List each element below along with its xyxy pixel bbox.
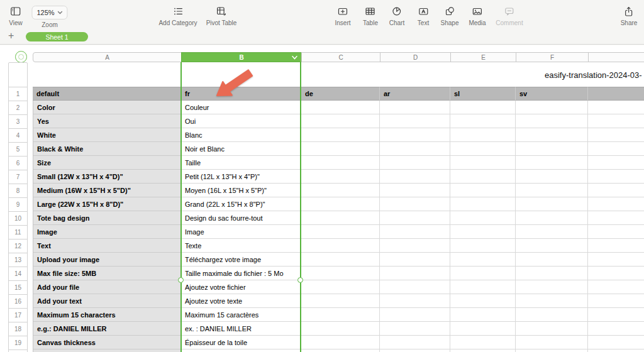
cell-A5[interactable]: Black & White: [33, 142, 181, 156]
cell-A1[interactable]: default: [33, 87, 181, 101]
cell-F5[interactable]: [516, 142, 588, 156]
cell-E20[interactable]: [450, 349, 516, 352]
cell-C7[interactable]: [301, 170, 380, 184]
tab-sheet-1[interactable]: Sheet 1: [26, 32, 88, 41]
cell-F3[interactable]: [516, 114, 588, 128]
cell-E15[interactable]: [450, 280, 516, 294]
row-number-17[interactable]: 17: [8, 308, 28, 322]
row-number-5[interactable]: 5: [8, 142, 28, 157]
cell-C9[interactable]: [301, 197, 380, 211]
cell-D10[interactable]: [380, 211, 450, 225]
cell-A10[interactable]: Tote bag design: [33, 211, 181, 225]
cell-D5[interactable]: [380, 142, 450, 156]
chart-button[interactable]: Chart: [389, 5, 404, 26]
row-number-4[interactable]: 4: [8, 128, 28, 143]
column-header-overflow[interactable]: [588, 52, 644, 62]
zoom-control[interactable]: 125% Zoom: [31, 6, 67, 28]
cell-G15[interactable]: [588, 280, 644, 294]
cell-A18[interactable]: e.g.: DANIEL MILLER: [33, 322, 181, 336]
cell-C10[interactable]: [301, 211, 380, 225]
row-number-14[interactable]: 14: [8, 267, 28, 281]
cell-B13[interactable]: Téléchargez votre image: [181, 253, 301, 267]
cell-A15[interactable]: Add your file: [33, 280, 181, 294]
cell-C12[interactable]: [301, 239, 380, 253]
cell-G4[interactable]: [588, 128, 644, 142]
row-number-6[interactable]: 6: [8, 156, 28, 170]
cell-A12[interactable]: Text: [33, 239, 181, 253]
cell-G8[interactable]: [588, 184, 644, 197]
row-number-1[interactable]: 1: [8, 87, 28, 101]
cell-C20[interactable]: [301, 349, 380, 352]
cell-E17[interactable]: [450, 308, 516, 322]
column-header-B[interactable]: B: [181, 52, 302, 62]
cell-C16[interactable]: [301, 294, 380, 308]
cell-C6[interactable]: [301, 156, 380, 170]
table-title[interactable]: easify-translation-2024-03-: [545, 70, 642, 80]
row-number-9[interactable]: 9: [8, 197, 28, 212]
cell-D6[interactable]: [380, 156, 450, 170]
cell-D1[interactable]: ar: [380, 87, 450, 101]
cell-G5[interactable]: [588, 142, 644, 156]
cell-A16[interactable]: Add your text: [33, 294, 181, 308]
cell-A13[interactable]: Upload your image: [33, 253, 181, 267]
cell-F16[interactable]: [516, 294, 588, 308]
cell-C15[interactable]: [301, 280, 380, 294]
cell-G20[interactable]: [588, 349, 644, 352]
cell-A4[interactable]: White: [33, 128, 181, 142]
row-number-18[interactable]: 18: [8, 322, 28, 336]
cell-D9[interactable]: [380, 197, 450, 211]
cell-B20[interactable]: [181, 349, 301, 352]
cell-B5[interactable]: Noir et Blanc: [181, 142, 301, 156]
cell-C2[interactable]: [301, 101, 380, 114]
cell-D14[interactable]: [380, 267, 450, 280]
table-button[interactable]: Table: [363, 5, 378, 26]
cell-B3[interactable]: Oui: [181, 114, 301, 128]
cell-E3[interactable]: [450, 114, 516, 128]
cell-C11[interactable]: [301, 225, 380, 239]
table-select-handle[interactable]: [15, 51, 27, 63]
text-button[interactable]: Text: [418, 5, 429, 26]
cell-G3[interactable]: [588, 114, 644, 128]
row-number-2[interactable]: 2: [8, 101, 28, 115]
cell-D12[interactable]: [380, 239, 450, 253]
cell-B12[interactable]: Texte: [181, 239, 301, 253]
cell-G14[interactable]: [588, 267, 644, 280]
insert-button[interactable]: Insert: [335, 5, 350, 26]
view-button[interactable]: View: [9, 5, 23, 26]
cell-B6[interactable]: Taille: [181, 156, 301, 170]
cell-E9[interactable]: [450, 197, 516, 211]
cell-E7[interactable]: [450, 170, 516, 184]
cell-F11[interactable]: [516, 225, 588, 239]
cell-F18[interactable]: [516, 322, 588, 336]
row-number-12[interactable]: 12: [8, 239, 28, 253]
cell-A7[interactable]: Small (12W x 13"H x 4"D)": [33, 170, 181, 184]
cell-D2[interactable]: [380, 101, 450, 114]
cell-G13[interactable]: [588, 253, 644, 267]
cell-E1[interactable]: sl: [450, 87, 516, 101]
cell-E4[interactable]: [450, 128, 516, 142]
cell-F10[interactable]: [516, 211, 588, 225]
row-number-8[interactable]: 8: [8, 184, 28, 198]
cell-F13[interactable]: [516, 253, 588, 267]
cell-B9[interactable]: Grand (22L x 15"H x 8"P)": [181, 197, 301, 211]
cell-E11[interactable]: [450, 225, 516, 239]
row-number-20[interactable]: [8, 349, 28, 352]
row-number-15[interactable]: 15: [8, 280, 28, 295]
cell-C5[interactable]: [301, 142, 380, 156]
cell-F20[interactable]: [516, 349, 588, 352]
cell-F4[interactable]: [516, 128, 588, 142]
cell-D15[interactable]: [380, 280, 450, 294]
cell-B4[interactable]: Blanc: [181, 128, 301, 142]
cell-A11[interactable]: Image: [33, 225, 181, 239]
column-header-D[interactable]: D: [380, 52, 451, 62]
selection-handle-left[interactable]: [178, 277, 184, 283]
shape-button[interactable]: Shape: [441, 5, 459, 26]
cell-D18[interactable]: [380, 322, 450, 336]
cell-A3[interactable]: Yes: [33, 114, 181, 128]
cell-E19[interactable]: [450, 336, 516, 349]
cell-E16[interactable]: [450, 294, 516, 308]
row-number-7[interactable]: 7: [8, 170, 28, 184]
add-category-button[interactable]: Add Category: [158, 5, 197, 26]
row-number-16[interactable]: 16: [8, 294, 28, 309]
cell-C17[interactable]: [301, 308, 380, 322]
